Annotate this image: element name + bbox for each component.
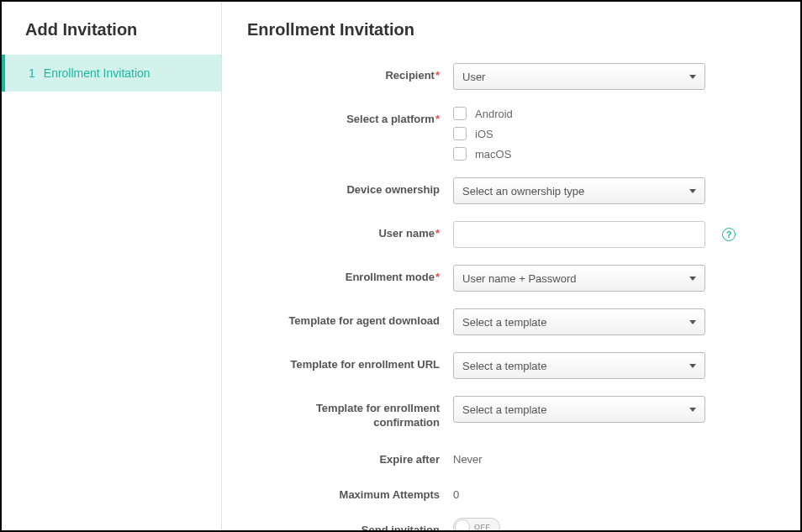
checkbox-label-macos: macOS (475, 148, 511, 161)
field-maxattempts: Maximum Attempts 0 (247, 482, 775, 501)
select-enrollmode-value: User name + Password (462, 272, 576, 285)
page-title: Enrollment Invitation (247, 20, 775, 40)
sidebar-title: Add Invitation (2, 2, 221, 55)
select-recipient-value: User (462, 71, 485, 83)
field-enrollmode: Enrollment mode* User name + Password (247, 265, 775, 292)
checkbox-row-ios: iOS (453, 127, 513, 140)
select-recipient[interactable]: User (453, 63, 705, 90)
select-tmpl-confirm[interactable]: Select a template (453, 396, 705, 423)
value-expire: Never (453, 447, 483, 466)
label-expire: Expire after (247, 447, 453, 466)
select-tmpl-url-value: Select a template (462, 360, 546, 372)
field-tmpl-url: Template for enrollment URL Select a tem… (247, 352, 775, 379)
caret-down-icon (689, 189, 696, 193)
checkbox-ios[interactable] (453, 127, 467, 140)
checkbox-row-macos: macOS (453, 147, 513, 161)
toggle-knob (455, 519, 470, 530)
caret-down-icon (689, 277, 696, 281)
checkbox-row-android: Android (453, 107, 513, 120)
select-ownership-value: Select an ownership type (462, 185, 584, 198)
sidebar-item-label: Enrollment Invitation (44, 66, 150, 80)
sidebar: Add Invitation 1 Enrollment Invitation (2, 2, 222, 530)
checkbox-label-android: Android (475, 108, 513, 120)
sidebar-item-enrollment-invitation[interactable]: 1 Enrollment Invitation (2, 55, 221, 92)
select-tmpl-agent[interactable]: Select a template (453, 308, 705, 335)
toggle-sendinvite[interactable]: OFF (453, 518, 500, 530)
label-tmpl-confirm: Template for enrollment confirmation (247, 396, 453, 430)
select-tmpl-url[interactable]: Select a template (453, 352, 705, 379)
main-panel: Enrollment Invitation Recipient* User Se… (222, 2, 800, 530)
input-username[interactable] (453, 221, 705, 248)
field-tmpl-agent: Template for agent download Select a tem… (247, 308, 775, 335)
field-expire: Expire after Never (247, 447, 775, 466)
select-tmpl-confirm-value: Select a template (462, 403, 546, 416)
checkbox-label-ios: iOS (475, 128, 493, 140)
sidebar-step-number: 1 (29, 66, 35, 80)
help-icon[interactable]: ? (722, 228, 736, 241)
caret-down-icon (689, 75, 696, 79)
label-tmpl-agent: Template for agent download (247, 308, 453, 327)
field-platform: Select a platform* Android iOS macOS (247, 107, 775, 161)
field-ownership: Device ownership Select an ownership typ… (247, 177, 775, 204)
checkbox-macos[interactable] (453, 147, 467, 161)
label-tmpl-url: Template for enrollment URL (247, 352, 453, 371)
field-username: User name* ? (247, 221, 775, 248)
label-recipient: Recipient* (247, 63, 453, 82)
toggle-state-label: OFF (474, 523, 491, 530)
caret-down-icon (689, 320, 696, 324)
checkbox-android[interactable] (453, 107, 467, 120)
select-tmpl-agent-value: Select a template (462, 316, 546, 329)
label-ownership: Device ownership (247, 177, 453, 196)
value-maxattempts: 0 (453, 482, 459, 501)
field-tmpl-confirm: Template for enrollment confirmation Sel… (247, 396, 775, 430)
field-recipient: Recipient* User (247, 63, 775, 90)
select-ownership[interactable]: Select an ownership type (453, 177, 705, 204)
label-enrollmode: Enrollment mode* (247, 265, 453, 283)
select-enrollmode[interactable]: User name + Password (453, 265, 705, 292)
caret-down-icon (689, 364, 696, 368)
caret-down-icon (689, 408, 696, 412)
label-platform: Select a platform* (247, 107, 453, 125)
label-username: User name* (247, 221, 453, 240)
label-sendinvite: Send invitation (247, 518, 453, 530)
field-sendinvite: Send invitation OFF (247, 518, 775, 530)
label-maxattempts: Maximum Attempts (247, 482, 453, 501)
